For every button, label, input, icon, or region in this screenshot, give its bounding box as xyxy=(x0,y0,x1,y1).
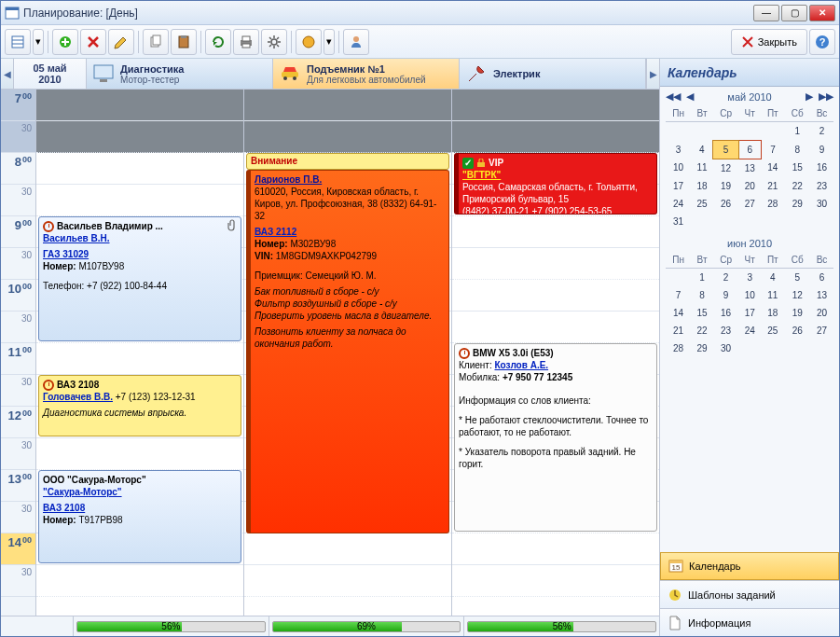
cal-next-fast[interactable]: ▶▶ xyxy=(819,90,833,103)
print-button[interactable] xyxy=(233,29,259,55)
appt-vasilyev[interactable]: Васильев Владимир ... Васильев В.Н. ГАЗ … xyxy=(38,216,241,341)
settings-button[interactable] xyxy=(261,29,287,55)
close-label: Закрыть xyxy=(758,36,797,48)
svg-rect-2 xyxy=(12,36,23,48)
appt-bmw[interactable]: BMW X5 3.0i (E53) Клиент: Козлов А.Е. Мо… xyxy=(454,343,657,532)
resource-col-electric[interactable]: ✓ VIP "ВГТРК" Россия, Самарская область,… xyxy=(452,90,659,616)
cal-next[interactable]: ▶ xyxy=(806,90,813,103)
resource-col-lift[interactable]: Внимание Ларионов П.В. 610020, Россия, К… xyxy=(244,90,452,616)
titlebar: Планирование: [День] — ▢ ✕ xyxy=(1,1,839,25)
close-button[interactable]: Закрыть xyxy=(731,29,807,55)
toolbar: ▾ ▾ Закрыть ? xyxy=(1,25,839,59)
app-icon xyxy=(5,6,20,21)
cal-prev-fast[interactable]: ◀◀ xyxy=(666,90,681,103)
client-link[interactable]: Козлов А.Е. xyxy=(494,360,548,370)
delete-button[interactable] xyxy=(80,29,106,55)
sidebar: Календарь ◀◀ ◀ май 2010 ▶ ▶▶ ПнВтСрЧтПтС… xyxy=(660,59,839,636)
help-button[interactable]: ? xyxy=(809,29,835,55)
cal-day-selected[interactable]: 5 xyxy=(713,140,738,159)
appt-sakura[interactable]: ООО "Сакура-Моторс" "Сакура-Моторс" ВАЗ … xyxy=(38,470,241,563)
resource-header-diagnostics[interactable]: ДиагностикаМотор-тестер xyxy=(87,59,273,89)
add-button[interactable] xyxy=(52,29,78,55)
client-link[interactable]: Васильев В.Н. xyxy=(43,233,109,243)
svg-point-22 xyxy=(293,76,296,80)
svg-rect-7 xyxy=(153,35,160,45)
resource-header-lift[interactable]: Подъемник №1Для легковых автомобилей xyxy=(273,59,460,89)
svg-point-14 xyxy=(303,36,314,48)
clock-icon xyxy=(459,348,470,359)
load-cell-electric: 56% xyxy=(464,616,659,636)
check-icon: ✓ xyxy=(462,158,474,169)
appt-attention[interactable]: Ларионов П.В. 610020, Россия, Кировская … xyxy=(246,170,449,533)
calendar-icon: 15 xyxy=(668,559,683,574)
time-column: 700 30 800 30 900 30 1000 30 1100 30 120… xyxy=(1,90,36,616)
car-link[interactable]: ГАЗ 31029 xyxy=(43,248,89,260)
resource-header-electric[interactable]: Электрик xyxy=(460,59,646,89)
copy-button[interactable] xyxy=(143,29,169,55)
sidebar-item-info[interactable]: Информация xyxy=(660,608,839,636)
svg-rect-19 xyxy=(100,79,107,82)
client-link[interactable]: "ВГТРК" xyxy=(462,170,501,180)
date-next-button[interactable]: ▶ xyxy=(646,59,659,89)
appt-attention-head[interactable]: Внимание xyxy=(246,153,449,170)
svg-rect-11 xyxy=(242,36,250,41)
sidebar-item-calendar[interactable]: 15 Календарь xyxy=(660,552,839,580)
svg-rect-1 xyxy=(6,7,19,10)
document-icon xyxy=(668,616,682,630)
sidebar-title: Календарь xyxy=(660,59,839,87)
refresh-button[interactable] xyxy=(205,29,231,55)
appt-vaz2108[interactable]: ВАЗ 2108 Головачев В.В. +7 (123) 123-12-… xyxy=(38,375,241,436)
svg-rect-23 xyxy=(477,162,485,167)
globe-button[interactable] xyxy=(296,29,322,55)
mini-calendar-may: ◀◀ ◀ май 2010 ▶ ▶▶ ПнВтСрЧтПтСбВс 12 345… xyxy=(660,87,839,234)
cal-prev[interactable]: ◀ xyxy=(686,90,694,103)
wrench-icon xyxy=(465,62,488,85)
clock-icon xyxy=(43,221,54,232)
svg-rect-18 xyxy=(94,65,113,78)
svg-rect-12 xyxy=(242,44,250,48)
close-icon xyxy=(741,35,754,48)
car-link[interactable]: ВАЗ 2112 xyxy=(255,226,296,238)
view-dropdown[interactable]: ▾ xyxy=(33,29,44,55)
resource-col-diagnostics[interactable]: Васильев Владимир ... Васильев В.Н. ГАЗ … xyxy=(36,90,244,616)
clock-icon xyxy=(43,380,54,391)
edit-button[interactable] xyxy=(108,29,134,55)
load-bar: 56% 69% 56% xyxy=(1,616,659,636)
window-close-button[interactable]: ✕ xyxy=(809,5,835,21)
svg-point-13 xyxy=(271,39,277,45)
schedule: ◀ 05 май2010 ДиагностикаМотор-тестер Под… xyxy=(1,59,660,636)
minimize-button[interactable]: — xyxy=(753,5,779,21)
monitor-icon xyxy=(92,62,115,85)
paste-button[interactable] xyxy=(171,29,197,55)
user-button[interactable] xyxy=(343,29,369,55)
car-icon xyxy=(279,62,301,85)
svg-rect-9 xyxy=(181,35,186,38)
cal-day-today[interactable]: 6 xyxy=(738,140,761,159)
lock-icon xyxy=(476,159,486,168)
client-link[interactable]: Ларионов П.В. xyxy=(255,174,322,185)
sidebar-item-templates[interactable]: Шаблоны заданий xyxy=(660,580,839,608)
svg-text:?: ? xyxy=(819,36,826,48)
templates-icon xyxy=(668,588,682,602)
window-title: Планирование: [День] xyxy=(23,7,753,20)
client-link[interactable]: "Сакура-Моторс" xyxy=(43,487,122,497)
svg-point-15 xyxy=(353,36,359,42)
appt-vip[interactable]: ✓ VIP "ВГТРК" Россия, Самарская область,… xyxy=(454,153,657,215)
view-button[interactable] xyxy=(5,29,31,55)
date-prev-button[interactable]: ◀ xyxy=(1,59,14,89)
globe-dropdown[interactable]: ▾ xyxy=(324,29,335,55)
load-cell-diagnostics: 56% xyxy=(74,616,269,636)
load-cell-lift: 69% xyxy=(269,616,465,636)
car-link[interactable]: ВАЗ 2108 xyxy=(43,502,85,514)
client-link[interactable]: Головачев В.В. xyxy=(43,392,113,402)
paperclip-icon xyxy=(227,219,239,232)
mini-calendar-june: июн 2010 ПнВтСрЧтПтСбВс 123456 789101112… xyxy=(660,234,839,361)
maximize-button[interactable]: ▢ xyxy=(781,5,807,21)
current-date[interactable]: 05 май2010 xyxy=(14,59,87,89)
svg-text:15: 15 xyxy=(672,563,681,572)
svg-point-21 xyxy=(283,76,287,80)
svg-rect-20 xyxy=(282,72,298,77)
